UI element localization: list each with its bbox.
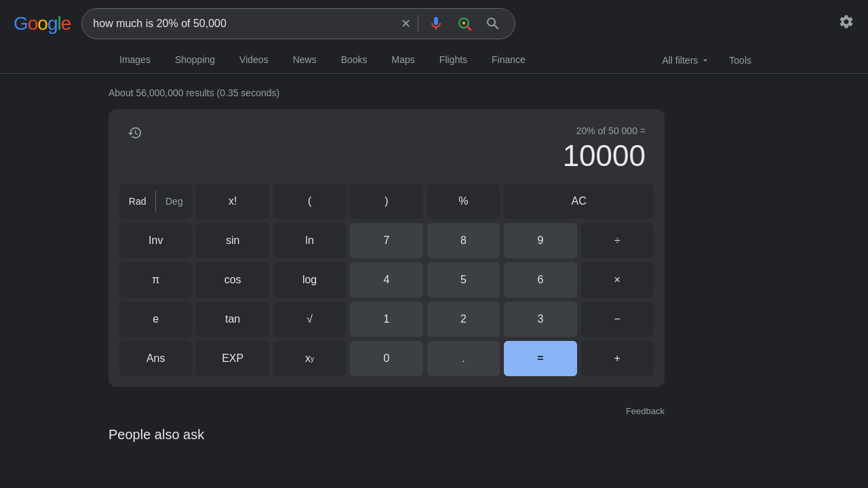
tab-images[interactable]: Images [108, 47, 161, 74]
results-count: About 56,000,000 results (0.35 seconds) [108, 87, 760, 98]
euler-button[interactable]: e [119, 302, 192, 337]
equals-button[interactable]: = [504, 341, 576, 376]
pi-button[interactable]: π [119, 262, 192, 298]
tab-flights[interactable]: Flights [429, 47, 478, 74]
log-button[interactable]: log [273, 262, 346, 298]
divide-button[interactable]: ÷ [581, 223, 654, 258]
nav-right: All filters Tools [654, 49, 760, 71]
calculator-keypad: Rad Deg x! ( ) % AC Inv sin ln 7 8 9 ÷ π… [119, 184, 654, 376]
tools-button[interactable]: Tools [721, 49, 760, 71]
three-button[interactable]: 3 [504, 302, 576, 337]
rad-label: Rad [119, 184, 155, 219]
search-submit-button[interactable] [482, 13, 504, 35]
header: Google ✕ [0, 0, 868, 47]
decimal-button[interactable]: . [427, 341, 500, 376]
mic-icon [428, 16, 444, 32]
nine-button[interactable]: 9 [504, 223, 576, 258]
gear-icon [838, 14, 854, 30]
add-button[interactable]: + [581, 341, 654, 376]
calculator-display: 20% of 50 000 = 10000 [119, 120, 654, 184]
rad-deg-button[interactable]: Rad Deg [119, 184, 192, 219]
search-bar: ✕ [81, 8, 515, 39]
main-content: About 56,000,000 results (0.35 seconds) … [0, 74, 868, 456]
tab-finance[interactable]: Finance [481, 47, 536, 74]
deg-label: Deg [156, 184, 192, 219]
google-logo: Google [14, 13, 71, 35]
five-button[interactable]: 5 [427, 262, 500, 298]
lens-icon [456, 16, 473, 32]
cos-button[interactable]: cos [196, 262, 269, 298]
people-also-ask-title: People also ask [108, 427, 760, 443]
clear-button[interactable]: ✕ [401, 16, 411, 31]
search-input[interactable] [93, 18, 394, 30]
history-icon [127, 125, 142, 140]
all-filters-label: All filters [662, 55, 698, 66]
ans-button[interactable]: Ans [119, 341, 192, 376]
search-icon [485, 16, 501, 32]
sin-button[interactable]: sin [196, 223, 269, 258]
header-right [838, 14, 854, 34]
inv-button[interactable]: Inv [119, 223, 192, 258]
eight-button[interactable]: 8 [427, 223, 500, 258]
multiply-button[interactable]: × [581, 262, 654, 298]
close-paren-button[interactable]: ) [350, 184, 422, 219]
calculator-widget: 20% of 50 000 = 10000 Rad Deg x! ( ) % A… [108, 109, 665, 387]
four-button[interactable]: 4 [350, 262, 422, 298]
voice-search-button[interactable] [425, 13, 447, 35]
all-filters-button[interactable]: All filters [654, 49, 718, 71]
lens-search-button[interactable] [454, 13, 475, 35]
factorial-button[interactable]: x! [196, 184, 269, 219]
ln-button[interactable]: ln [273, 223, 346, 258]
seven-button[interactable]: 7 [350, 223, 422, 258]
six-button[interactable]: 6 [504, 262, 576, 298]
tan-button[interactable]: tan [196, 302, 269, 337]
calc-expression: 20% of 50 000 = [563, 125, 646, 136]
tab-videos[interactable]: Videos [229, 47, 279, 74]
two-button[interactable]: 2 [427, 302, 500, 337]
nav-tabs: Images Shopping Videos News Books Maps F… [0, 47, 868, 74]
percent-button[interactable]: % [427, 184, 500, 219]
tab-books[interactable]: Books [330, 47, 378, 74]
one-button[interactable]: 1 [350, 302, 422, 337]
history-button[interactable] [127, 125, 142, 144]
ac-button[interactable]: AC [504, 184, 654, 219]
feedback-row: Feedback [108, 401, 665, 422]
calc-result-area: 20% of 50 000 = 10000 [563, 125, 646, 173]
feedback-link[interactable]: Feedback [626, 406, 665, 416]
tab-maps[interactable]: Maps [381, 47, 426, 74]
tab-news[interactable]: News [282, 47, 328, 74]
zero-button[interactable]: 0 [350, 341, 422, 376]
chevron-down-icon [701, 56, 710, 65]
tab-shopping[interactable]: Shopping [164, 47, 226, 74]
search-bar-divider [418, 16, 418, 32]
power-button[interactable]: xy [273, 341, 346, 376]
settings-button[interactable] [838, 14, 854, 34]
sqrt-button[interactable]: √ [273, 302, 346, 337]
calc-answer: 10000 [563, 139, 646, 173]
open-paren-button[interactable]: ( [273, 184, 346, 219]
subtract-button[interactable]: − [581, 302, 654, 337]
svg-line-1 [467, 26, 471, 30]
exp-button[interactable]: EXP [196, 341, 269, 376]
